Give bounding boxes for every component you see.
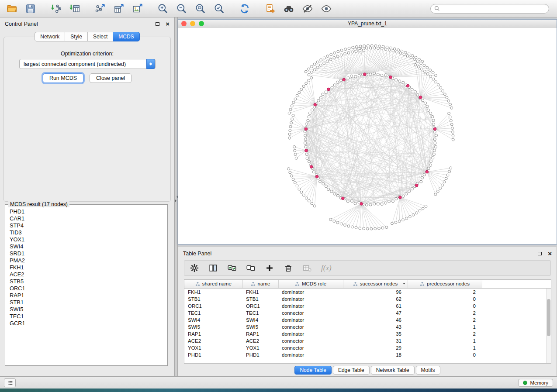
table-cell: 1 (408, 344, 482, 351)
float-table-panel-icon[interactable] (538, 252, 542, 255)
zoom-selected-button[interactable] (212, 2, 227, 15)
mcds-result-item[interactable]: GCR1 (10, 320, 167, 327)
mcds-result-item[interactable]: STB1 (10, 299, 167, 306)
hide-elements-button[interactable] (300, 2, 315, 15)
mcds-result-item[interactable]: SRD1 (10, 250, 167, 257)
export-table-button[interactable] (111, 2, 126, 15)
mcds-result-item[interactable]: YOX1 (10, 236, 167, 243)
delete-table-button[interactable] (301, 262, 313, 274)
mcds-result-item[interactable]: SWI5 (10, 306, 167, 313)
mcds-result-item[interactable]: TEC1 (10, 313, 167, 320)
show-elements-button[interactable] (319, 2, 334, 15)
table-row[interactable]: STB1STB1dominator620 (184, 296, 551, 303)
table-cell: PHD1 (242, 351, 278, 358)
table-cell: dominator (278, 330, 343, 337)
table-cell: connector (278, 337, 343, 344)
column-header-successor-nodes[interactable]: successor nodes (343, 280, 408, 288)
search-network-button[interactable] (281, 2, 296, 15)
status-menu-button[interactable] (4, 378, 16, 387)
show-columns-button[interactable] (208, 262, 219, 274)
import-table-from-file-button[interactable] (67, 2, 82, 15)
mcds-result-item[interactable]: CAR1 (10, 215, 167, 222)
export-network-button[interactable] (93, 2, 107, 15)
table-row[interactable]: SWI5SWI5connector431 (184, 323, 551, 330)
tab-style[interactable]: Style (65, 32, 88, 41)
table-row[interactable]: FKH1FKH1dominator962 (184, 288, 551, 296)
function-builder-button[interactable]: f(x) (320, 264, 332, 272)
mcds-result-item[interactable]: SWI4 (10, 243, 167, 250)
column-header-name[interactable]: name (242, 280, 278, 288)
table-mode-button[interactable] (189, 262, 200, 274)
table-row[interactable]: PHD1PHD1dominator180 (184, 351, 551, 358)
close-panel-icon[interactable]: × (166, 21, 170, 27)
mcds-result-item[interactable]: PHD1 (10, 208, 167, 215)
mcds-result-item[interactable]: TID3 (10, 229, 167, 236)
table-row[interactable]: YOX1YOX1connector291 (184, 344, 551, 351)
float-panel-icon[interactable] (156, 22, 159, 26)
mcds-result-item[interactable]: STP4 (10, 222, 167, 229)
table-row[interactable]: TEC1TEC1connector472 (184, 309, 551, 316)
zoom-out-button[interactable] (174, 2, 189, 15)
table-cell-filler (482, 323, 551, 330)
network-graph (178, 28, 557, 244)
table-cell: FKH1 (184, 288, 242, 296)
mcds-result-item[interactable]: FKH1 (10, 264, 167, 271)
network-window-title: YPA_prune.txt_1 (178, 21, 557, 27)
save-session-button[interactable] (23, 2, 38, 15)
toolbar-group (93, 2, 145, 15)
import-network-from-file-button[interactable] (48, 2, 63, 15)
close-table-panel-icon[interactable]: × (548, 251, 552, 256)
mcds-result-item[interactable]: STB5 (10, 278, 167, 285)
select-all-button[interactable] (226, 262, 238, 274)
table-mode-icon (190, 263, 199, 273)
optimization-criterion-select[interactable]: largest connected component (undirected) (19, 59, 156, 69)
refresh-view-button[interactable] (237, 2, 252, 15)
table-row[interactable]: RAP1RAP1dominator352 (184, 330, 551, 337)
table-cell: 0 (408, 296, 482, 303)
open-session-button[interactable] (4, 2, 19, 15)
run-mcds-button[interactable]: Run MCDS (43, 73, 83, 83)
tab-motifs[interactable]: Motifs (416, 366, 440, 375)
mcds-result-item[interactable]: ACE2 (10, 271, 167, 278)
mcds-result-item[interactable]: ORC1 (10, 285, 167, 292)
search-input[interactable] (442, 6, 545, 12)
tab-network[interactable]: Network (35, 32, 65, 41)
new-column-button[interactable] (264, 262, 275, 274)
table-cell: YOX1 (184, 344, 242, 351)
zoom-in-button[interactable] (156, 2, 170, 15)
tab-network-table[interactable]: Network Table (371, 366, 415, 375)
memory-button[interactable]: Memory (518, 379, 553, 387)
mcds-result-item[interactable]: RAP1 (10, 292, 167, 299)
tab-node-table[interactable]: Node Table (294, 366, 332, 375)
zoom-fit-content-button[interactable] (193, 2, 208, 15)
network-canvas[interactable] (178, 28, 557, 244)
tab-edge-table[interactable]: Edge Table (333, 366, 370, 375)
collapse-left-icon (175, 196, 178, 198)
tab-mcds[interactable]: MCDS (113, 32, 139, 41)
toolbar-group (156, 2, 227, 15)
close-panel-button[interactable]: Close panel (90, 73, 131, 83)
splitter-collapse-handle[interactable] (175, 196, 177, 202)
memory-status-icon (523, 381, 527, 385)
scrollbar-thumb[interactable] (547, 299, 550, 337)
table-row[interactable]: SWI4SWI4dominator462 (184, 316, 551, 323)
deselect-all-button[interactable] (245, 262, 256, 274)
column-header-MCDS-role[interactable]: MCDS role (278, 280, 343, 288)
panel-splitter[interactable] (175, 17, 178, 376)
copy-document-button[interactable] (263, 2, 277, 15)
control-panel: Control Panel × NetworkStyleSelectMCDS O… (0, 17, 175, 376)
table-scrollbar[interactable] (546, 289, 551, 363)
column-header-predecessor-nodes[interactable]: predecessor nodes (408, 280, 482, 288)
column-header-shared-name[interactable]: shared name (184, 280, 242, 288)
delete-column-button[interactable] (283, 262, 294, 274)
table-cell: ORC1 (242, 303, 278, 309)
export-image-button[interactable] (130, 2, 145, 15)
network-window-titlebar[interactable]: YPA_prune.txt_1 (178, 20, 557, 28)
table-row[interactable]: ACE2ACE2connector311 (184, 337, 551, 344)
table-row[interactable]: ORC1ORC1dominator610 (184, 303, 551, 309)
table-cell-filler (482, 303, 551, 309)
main-toolbar (0, 0, 557, 17)
mcds-result-item[interactable]: PMA2 (10, 257, 167, 264)
table-cell-filler (482, 351, 551, 358)
tab-select[interactable]: Select (88, 32, 113, 41)
